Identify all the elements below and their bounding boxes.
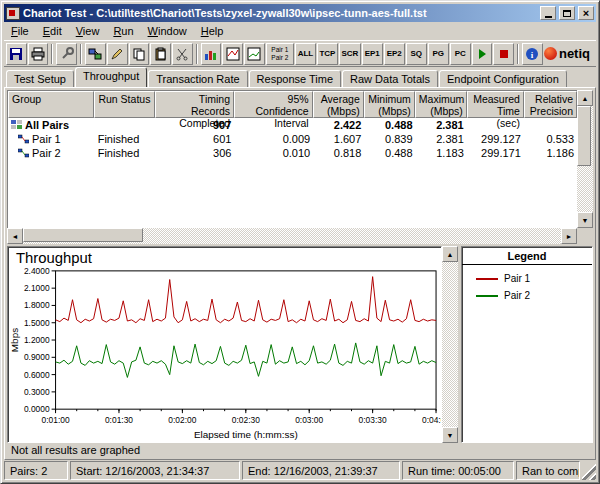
paste-icon (154, 47, 168, 61)
menu-view[interactable]: View (69, 23, 107, 40)
stop-button[interactable] (493, 43, 514, 65)
table-row-pair-1[interactable]: Pair 1 Finished 601 0.009 1.607 0.839 2.… (8, 132, 577, 146)
tab-throughput[interactable]: Throughput (75, 67, 147, 87)
chart-throughput-button[interactable] (201, 43, 222, 65)
scroll-thumb[interactable] (23, 228, 143, 242)
all-pairs-icon (11, 120, 22, 130)
filter-sq-button[interactable]: SQ (406, 43, 427, 65)
status-pairs: Pairs: 2 (4, 461, 68, 480)
edit-pair-button[interactable] (107, 43, 128, 65)
paste-pair-button[interactable] (150, 43, 171, 65)
options-button[interactable] (56, 43, 77, 65)
svg-text:0:02:00: 0:02:00 (168, 415, 196, 425)
column-header-maximum[interactable]: Maximum(Mbps) (415, 91, 467, 118)
pair-rows-button[interactable]: Pair 1 Pair 2 (266, 43, 294, 65)
print-button[interactable] (28, 43, 49, 65)
scroll-down-arrow[interactable]: ▼ (577, 212, 593, 228)
maximize-icon (563, 10, 571, 17)
scroll-left-arrow[interactable]: ◄ (7, 228, 23, 244)
scroll-track[interactable] (577, 106, 593, 212)
filter-pg-button[interactable]: PG (428, 43, 449, 65)
filter-scr-button[interactable]: SCR (339, 43, 361, 65)
copy-pair-button[interactable] (129, 43, 150, 65)
table-horizontal-scrollbar[interactable]: ◄ ► (7, 228, 577, 244)
menu-file[interactable]: File (4, 23, 36, 40)
save-button[interactable] (6, 43, 27, 65)
legend-title: Legend (462, 247, 592, 265)
svg-text:Throughput: Throughput (16, 250, 93, 266)
scroll-track[interactable] (442, 262, 458, 427)
filter-ep2-button[interactable]: EP2 (384, 43, 405, 65)
tab-transaction-rate[interactable]: Transaction Rate (148, 70, 247, 87)
minimize-button[interactable] (540, 6, 556, 20)
filter-pc-button[interactable]: PC (450, 43, 471, 65)
menu-window[interactable]: Window (141, 23, 194, 40)
add-pair-button[interactable] (85, 43, 106, 65)
table-vertical-scrollbar[interactable]: ▲ ▼ (577, 90, 593, 228)
menu-help[interactable]: Help (194, 23, 231, 40)
svg-text:0:02:30: 0:02:30 (232, 415, 260, 425)
netiq-ball-icon (544, 47, 557, 60)
print-icon (31, 47, 45, 61)
column-header-confidence[interactable]: 95% ConfidenceInterval (234, 91, 313, 118)
svg-text:0.3000: 0.3000 (24, 387, 50, 397)
info-button[interactable]: i (522, 43, 543, 65)
menu-edit[interactable]: Edit (36, 23, 69, 40)
pair-1-line-swatch (476, 278, 498, 280)
pair-icon (18, 134, 29, 144)
svg-text:1.8000: 1.8000 (24, 300, 50, 310)
graph-note: Not all results are graphed (7, 443, 593, 457)
chart-sum-button[interactable] (244, 43, 265, 65)
column-header-run-status[interactable]: Run Status (94, 91, 155, 118)
tab-response-time[interactable]: Response Time (249, 70, 341, 87)
pair-button-line2: Pair 2 (271, 54, 288, 62)
run-button[interactable] (472, 43, 493, 65)
scroll-thumb[interactable] (577, 106, 591, 166)
tab-raw-data-totals[interactable]: Raw Data Totals (342, 70, 438, 87)
resize-grip[interactable] (582, 461, 596, 480)
throughput-tab-page: Group Run Status Timing RecordsCompleted… (4, 87, 596, 460)
tab-test-setup[interactable]: Test Setup (6, 70, 74, 87)
legend-panel: Legend Pair 1 Pair 2 (461, 246, 593, 443)
close-icon: × (583, 8, 589, 19)
filter-tcp-button[interactable]: TCP (317, 43, 338, 65)
cut-pair-button[interactable] (172, 43, 193, 65)
status-run-time: Run time: 00:05:00 (402, 461, 514, 480)
scroll-down-arrow[interactable]: ▼ (442, 427, 458, 443)
svg-text:Mbps: Mbps (9, 328, 20, 352)
scroll-up-arrow[interactable]: ▲ (442, 246, 458, 262)
pair-button-line1: Pair 1 (271, 46, 288, 54)
minimize-icon (545, 16, 552, 18)
close-button[interactable]: × (578, 6, 594, 20)
column-header-relative-precision[interactable]: RelativePrecision (524, 91, 577, 118)
column-header-group[interactable]: Group (8, 91, 94, 118)
column-header-measured-time[interactable]: MeasuredTime (sec) (467, 91, 524, 118)
toolbar-separator (51, 44, 53, 64)
table-row-pair-2[interactable]: Pair 2 Finished 306 0.010 0.818 0.488 1.… (8, 146, 577, 160)
scroll-track[interactable] (23, 228, 561, 244)
filter-ep1-button[interactable]: EP1 (362, 43, 383, 65)
menu-run[interactable]: Run (106, 23, 140, 40)
column-header-average[interactable]: Average(Mbps) (313, 91, 364, 118)
scroll-right-arrow[interactable]: ► (561, 228, 577, 244)
tab-endpoint-configuration[interactable]: Endpoint Configuration (439, 70, 567, 87)
run-icon (475, 47, 489, 61)
column-header-timing-records[interactable]: Timing RecordsCompleted (155, 91, 234, 118)
status-end-time: End: 12/16/2003, 21:39:37 (242, 461, 400, 480)
sum-chart-icon (247, 47, 261, 61)
chart-vertical-scrollbar[interactable]: ▲ ▼ (442, 246, 458, 443)
filter-all-button[interactable]: ALL (295, 43, 316, 65)
svg-text:1.2000: 1.2000 (24, 335, 50, 345)
chart-pairs-button[interactable] (222, 43, 243, 65)
svg-text:0:03:00: 0:03:00 (295, 415, 323, 425)
pencil-icon (110, 47, 124, 61)
add-pair-icon (88, 47, 102, 61)
scroll-up-arrow[interactable]: ▲ (577, 90, 593, 106)
maximize-button[interactable] (559, 6, 575, 20)
column-header-minimum[interactable]: Minimum(Mbps) (364, 91, 415, 118)
throughput-chart: 0.00000.30000.60000.90001.20001.50001.80… (7, 246, 442, 443)
status-completion: Ran to completion (516, 461, 580, 480)
title-bar: Chariot Test - C:\util\test\Chariot\Test… (4, 4, 596, 22)
legend-label: Pair 2 (504, 290, 530, 301)
svg-text:0:04:00: 0:04:00 (422, 415, 441, 425)
